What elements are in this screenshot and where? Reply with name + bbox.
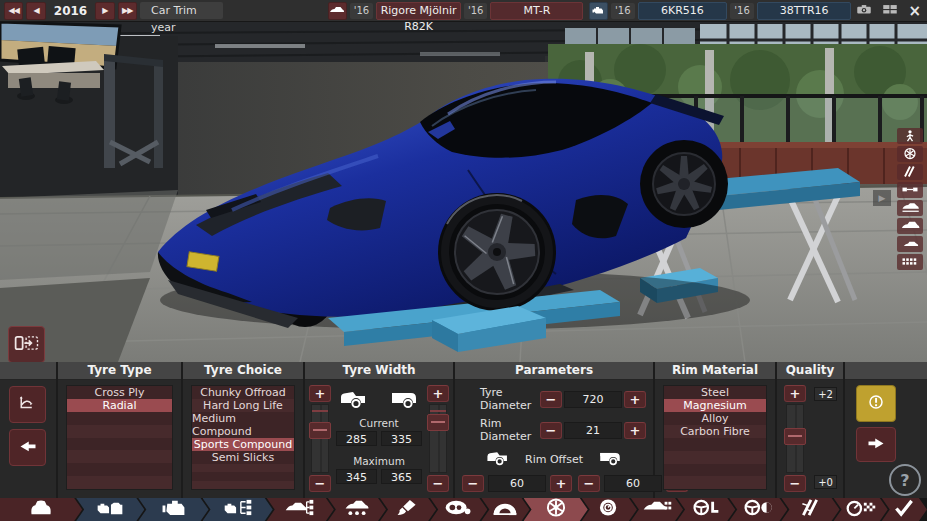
- tab-wheel-arch[interactable]: [481, 498, 529, 521]
- tyre-choice-option[interactable]: Semi Slicks: [192, 451, 294, 464]
- front-width-slider-track[interactable]: [311, 404, 329, 473]
- tyre-type-option[interactable]: Cross Ply: [67, 386, 172, 399]
- tab-body-morph[interactable]: [328, 498, 386, 521]
- arrow-right-icon: [864, 431, 888, 459]
- car-cover-icon: [900, 199, 920, 218]
- tab-testing[interactable]: [834, 498, 888, 521]
- trim-year-chip: '16: [464, 3, 487, 19]
- viewport-tool-axle-button[interactable]: [897, 182, 923, 198]
- rear-axle-icon: [597, 448, 623, 470]
- tab-engine[interactable]: [138, 498, 208, 521]
- shocks-icon: [793, 498, 827, 521]
- tab-wheels[interactable]: [524, 498, 588, 521]
- expand-toolbar-button[interactable]: ▶: [873, 190, 891, 206]
- rim-material-option[interactable]: Alloy: [664, 412, 766, 425]
- screenshot-button[interactable]: [854, 3, 874, 19]
- front-width-slider-handle[interactable]: [309, 422, 331, 439]
- tab-paint[interactable]: [380, 498, 436, 521]
- tab-fixtures[interactable]: [430, 498, 487, 521]
- tyre-choice-option[interactable]: Medium Compound: [192, 412, 294, 438]
- viewport-tool-suspension-button[interactable]: [897, 164, 923, 180]
- front-offset-plus-button[interactable]: +: [550, 475, 572, 492]
- car-body-icon: [900, 217, 920, 236]
- rear-offset-value: 60: [604, 475, 662, 492]
- trim-name-field[interactable]: MT-R: [490, 2, 583, 20]
- rim-material-option[interactable]: Magnesium: [664, 399, 766, 412]
- tab-drivetrain[interactable]: [729, 498, 787, 521]
- gauge-flag-icon: [844, 498, 878, 521]
- tyre-choice-empty-row: [192, 481, 294, 489]
- next-year-button[interactable]: ▶: [95, 2, 114, 20]
- viewport-tool-walk-button[interactable]: [897, 128, 923, 144]
- tyre-diameter-plus-button[interactable]: +: [624, 391, 646, 408]
- back-button[interactable]: [9, 429, 46, 466]
- tab-aero[interactable]: [631, 498, 683, 521]
- rear-width-slider-track[interactable]: [429, 404, 447, 473]
- rim-material-option[interactable]: Steel: [664, 386, 766, 399]
- viewport-tool-car-small-button[interactable]: [897, 236, 923, 252]
- viewport-tool-rim-button[interactable]: [897, 146, 923, 162]
- tab-suspension[interactable]: [781, 498, 839, 521]
- model-name-field[interactable]: Rigore Mjölnir R82K: [376, 2, 461, 20]
- quality-slider-track[interactable]: [786, 404, 804, 473]
- viewport-tool-car-cover-button[interactable]: [897, 200, 923, 216]
- rear-offset-minus-button[interactable]: −: [578, 475, 600, 492]
- prev-icon: ◀: [34, 6, 39, 15]
- tab-car-body[interactable]: [0, 498, 82, 521]
- rim-material-option[interactable]: Carbon Fibre: [664, 425, 766, 438]
- tab-engine-swap[interactable]: [76, 498, 144, 521]
- engine-family-field[interactable]: 6KR516: [638, 2, 728, 20]
- viewport-tool-fence-button[interactable]: [897, 254, 923, 270]
- tyre-choice-option[interactable]: Hard Long Life: [192, 399, 294, 412]
- help-button[interactable]: ?: [889, 464, 921, 496]
- tyre-diameter-value: 720: [564, 391, 622, 408]
- rear-width-minus-button[interactable]: −: [427, 475, 449, 492]
- front-max-width: 345: [336, 469, 377, 484]
- layout-button[interactable]: [880, 3, 900, 19]
- show-graphs-button[interactable]: [9, 386, 46, 423]
- layout-grid-icon: [881, 1, 899, 20]
- front-wheel: [438, 193, 556, 311]
- rear-width-slider-handle[interactable]: [427, 414, 449, 431]
- rim-diameter-plus-button[interactable]: +: [624, 422, 646, 439]
- next-step-button[interactable]: [856, 427, 896, 462]
- tab-brakes[interactable]: [582, 498, 637, 521]
- last-year-button[interactable]: ▶▶: [118, 2, 137, 20]
- suspension-icon: [900, 163, 920, 182]
- tyre-type-section: Tyre Type Cross PlyRadial: [58, 362, 181, 498]
- close-button[interactable]: ×: [906, 3, 923, 19]
- viewport-3d[interactable]: ▶: [0, 22, 927, 362]
- tab-summary[interactable]: [882, 498, 927, 521]
- rim-diameter-label: Rim Diameter: [462, 417, 540, 443]
- engine-badge: [589, 2, 608, 20]
- prev-year-button[interactable]: ◀: [26, 2, 45, 20]
- tab-engine-variant[interactable]: [203, 498, 273, 521]
- front-width-minus-button[interactable]: −: [309, 475, 331, 492]
- viewport-tool-car-body-button[interactable]: [897, 218, 923, 234]
- tyre-type-empty-row: [67, 450, 172, 463]
- rear-width-plus-button[interactable]: +: [427, 385, 449, 402]
- first-year-button[interactable]: ◀◀: [4, 2, 23, 20]
- rim-diameter-minus-button[interactable]: −: [540, 422, 562, 439]
- quality-section: Quality + − +2 +0: [777, 362, 843, 498]
- engine-big-icon: [156, 498, 190, 521]
- front-offset-minus-button[interactable]: −: [462, 475, 484, 492]
- rim-icon: [900, 145, 920, 164]
- tyre-choice-option[interactable]: Sports Compound: [192, 438, 294, 451]
- quality-slider-handle[interactable]: [784, 428, 806, 445]
- front-width-plus-button[interactable]: +: [309, 385, 331, 402]
- headlight-icon: [442, 498, 476, 521]
- engine-variant-field[interactable]: 38TTR16: [757, 2, 852, 20]
- warnings-button[interactable]: [856, 385, 896, 422]
- next-icon: ▶: [102, 6, 107, 15]
- tab-trim-variant[interactable]: [267, 498, 334, 521]
- rim-material-header: Rim Material: [655, 362, 775, 380]
- car-aero-icon: [640, 498, 674, 521]
- quality-minus-button[interactable]: −: [784, 475, 806, 492]
- tab-interior[interactable]: [677, 498, 735, 521]
- panel-toggle-button[interactable]: [8, 326, 45, 362]
- tyre-diameter-minus-button[interactable]: −: [540, 391, 562, 408]
- quality-plus-button[interactable]: +: [784, 385, 806, 402]
- tyre-choice-option[interactable]: Chunky Offroad: [192, 386, 294, 399]
- tyre-type-option[interactable]: Radial: [67, 399, 172, 412]
